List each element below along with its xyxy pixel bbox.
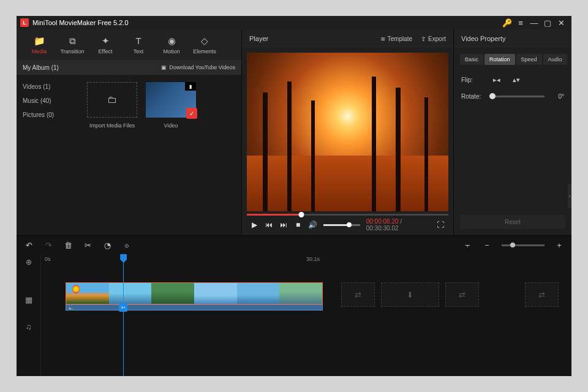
panel-expand-handle[interactable]: › bbox=[568, 184, 571, 208]
volume-icon[interactable]: 🔊 bbox=[308, 221, 317, 229]
video-badge-icon: ▮ bbox=[185, 82, 196, 91]
media-body: Videos (1) Music (40) Pictures (0) 🗀 Imp… bbox=[17, 75, 241, 235]
tab-transition[interactable]: ⧉ Transition bbox=[56, 29, 89, 60]
playhead[interactable] bbox=[123, 254, 124, 376]
delete-button[interactable]: 🗑 bbox=[63, 241, 73, 250]
folder-icon: 📁 bbox=[34, 36, 45, 47]
progress-bar[interactable] bbox=[247, 214, 448, 216]
redo-button[interactable]: ↷ bbox=[43, 241, 53, 250]
audio-track-icon: ♫ bbox=[17, 314, 40, 339]
close-button[interactable]: ✕ bbox=[554, 16, 568, 29]
ruler-t0: 0s bbox=[45, 256, 51, 262]
album-header-bar: My Album (1) ▣ Download YouTube Videos bbox=[17, 60, 241, 75]
undo-button[interactable]: ↶ bbox=[24, 241, 34, 250]
tab-media[interactable]: 📁 Media bbox=[23, 29, 56, 60]
maximize-button[interactable]: ▢ bbox=[541, 16, 554, 29]
progress-knob[interactable] bbox=[298, 212, 304, 217]
rotate-knob[interactable] bbox=[489, 93, 496, 99]
crop-button[interactable]: ⟐ bbox=[122, 241, 132, 250]
total-time: 00:30:30.02 bbox=[366, 225, 399, 232]
video-clip[interactable] bbox=[66, 282, 323, 304]
download-label: Download YouTube Videos bbox=[169, 64, 235, 70]
stop-button[interactable]: ■ bbox=[294, 221, 303, 229]
media-nav: Videos (1) Music (40) Pictures (0) bbox=[17, 75, 81, 235]
folder-open-icon: 🗀 bbox=[107, 94, 117, 105]
properties-panel: Video Property Basic Rotation Speed Audi… bbox=[453, 29, 571, 235]
video-track: 🔈 ✂ ⇄ ⬇ ⇄ ⇄ bbox=[41, 281, 571, 311]
reset-button[interactable]: Reset bbox=[460, 215, 565, 229]
add-track-button[interactable]: ⊕ bbox=[17, 254, 40, 270]
tab-text-label: Text bbox=[134, 48, 144, 55]
import-media-button[interactable]: 🗀 bbox=[87, 82, 137, 118]
flip-horizontal-button[interactable]: ▸◂ bbox=[489, 74, 504, 86]
video-track-icon: ▦ bbox=[17, 285, 40, 314]
timeline-body: ⊕ ▦ ♫ 0s 30.1s bbox=[17, 254, 571, 376]
media-panel: 📁 Media ⧉ Transition ✦ Effect T Text ◉ bbox=[17, 29, 241, 235]
menu-icon[interactable]: ≡ bbox=[514, 16, 527, 29]
export-icon: ⇪ bbox=[421, 36, 426, 42]
zoom-slider[interactable] bbox=[502, 244, 545, 246]
drop-zone-1[interactable]: ⇄ bbox=[341, 282, 375, 307]
nav-videos[interactable]: Videos (1) bbox=[17, 80, 81, 94]
ptab-audio[interactable]: Audio bbox=[543, 54, 567, 65]
player-header: Player ≋ Template ⇪ Export bbox=[242, 29, 453, 48]
split-button[interactable]: ✂ bbox=[83, 241, 92, 250]
check-icon: ✓ bbox=[186, 108, 197, 119]
nav-music[interactable]: Music (40) bbox=[17, 94, 81, 108]
ptab-speed[interactable]: Speed bbox=[516, 54, 542, 65]
download-youtube-button[interactable]: ▣ Download YouTube Videos bbox=[161, 64, 235, 70]
prev-button[interactable]: ⏮ bbox=[265, 221, 274, 229]
next-button[interactable]: ⏭ bbox=[279, 221, 288, 229]
snap-button[interactable]: ⫟ bbox=[462, 241, 472, 250]
motion-icon: ◉ bbox=[166, 36, 177, 47]
ptab-rotation[interactable]: Rotation bbox=[484, 54, 515, 65]
volume-slider[interactable] bbox=[323, 224, 360, 226]
layers-icon: ≋ bbox=[380, 36, 385, 42]
volume-knob[interactable] bbox=[347, 222, 352, 227]
flip-vertical-button[interactable]: ▴▾ bbox=[509, 74, 524, 86]
timeline-section: ↶ ↷ 🗑 ✂ ◔ ⟐ ⫟ − + ⊕ ▦ ♫ 0s 3 bbox=[17, 235, 571, 376]
video-label: Video bbox=[164, 123, 178, 129]
speed-button[interactable]: ◔ bbox=[102, 241, 112, 250]
tab-media-label: Media bbox=[32, 48, 47, 55]
zoom-out-button[interactable]: − bbox=[482, 241, 492, 250]
video-tile: ▮ ✓ Video bbox=[146, 82, 196, 129]
props-header: Video Property bbox=[454, 29, 571, 48]
import-label: Import Media Files bbox=[89, 123, 135, 129]
tab-motion[interactable]: ◉ Motion bbox=[155, 29, 188, 60]
timeline-toolbar: ↶ ↷ 🗑 ✂ ◔ ⟐ ⫟ − + bbox=[17, 236, 571, 254]
drop-zone-3[interactable]: ⇄ bbox=[445, 282, 479, 307]
fullscreen-button[interactable]: ⛶ bbox=[436, 221, 445, 229]
export-button[interactable]: ⇪ Export bbox=[421, 36, 446, 42]
nav-pictures[interactable]: Pictures (0) bbox=[17, 108, 81, 122]
zoom-knob[interactable] bbox=[510, 243, 515, 247]
ptab-basic[interactable]: Basic bbox=[460, 54, 483, 65]
minimize-button[interactable]: — bbox=[527, 16, 541, 29]
drop-zone-2[interactable]: ⬇ bbox=[381, 282, 439, 307]
tab-elements[interactable]: ◇ Elements bbox=[188, 29, 221, 60]
rotate-slider[interactable] bbox=[489, 96, 545, 97]
player-controls: ▶ ⏮ ⏭ ■ 🔊 00:00:08.20 / 00:30:30.02 ⛶ bbox=[247, 216, 448, 234]
tab-motion-label: Motion bbox=[163, 48, 179, 55]
player-title: Player bbox=[249, 35, 268, 42]
titlebar: L MiniTool MovieMaker Free 5.2.0 🔑 ≡ — ▢… bbox=[17, 16, 571, 29]
tab-effect[interactable]: ✦ Effect bbox=[89, 29, 122, 60]
tab-text[interactable]: T Text bbox=[122, 29, 155, 60]
drop-zone-4[interactable]: ⇄ bbox=[525, 282, 559, 307]
template-button[interactable]: ≋ Template bbox=[380, 36, 413, 42]
rotate-label: Rotate: bbox=[461, 93, 484, 100]
import-tile: 🗀 Import Media Files bbox=[87, 82, 137, 129]
timeline-tracks[interactable]: 0s 30.1s 🔈 ✂ ⇄ bbox=[41, 254, 571, 376]
current-time: 00:00:08.20 bbox=[366, 218, 399, 225]
video-preview[interactable] bbox=[247, 53, 448, 211]
app-logo-icon: L bbox=[20, 18, 29, 27]
video-thumbnail[interactable]: ▮ ✓ bbox=[146, 82, 196, 118]
audio-track[interactable] bbox=[41, 314, 571, 339]
app-window: L MiniTool MovieMaker Free 5.2.0 🔑 ≡ — ▢… bbox=[17, 16, 571, 376]
zoom-in-button[interactable]: + bbox=[554, 241, 564, 250]
clip-audio-strip[interactable]: 🔈 bbox=[66, 304, 323, 311]
effect-icon: ✦ bbox=[100, 36, 111, 47]
play-button[interactable]: ▶ bbox=[251, 221, 259, 229]
export-label: Export bbox=[428, 36, 446, 42]
activate-key-icon[interactable]: 🔑 bbox=[500, 16, 514, 29]
